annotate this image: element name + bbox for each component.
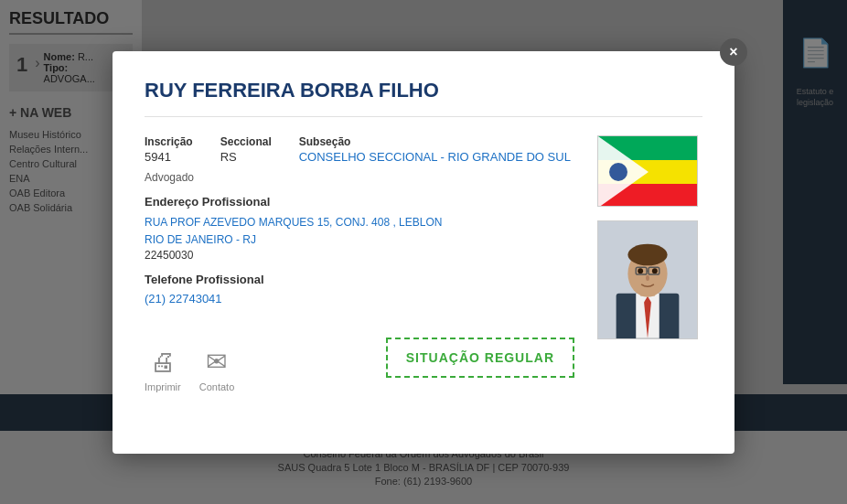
- svg-point-12: [638, 268, 643, 273]
- modal-title: RUY FERREIRA BORBA FILHO: [145, 79, 702, 117]
- status-badge: SITUAÇÃO REGULAR: [386, 338, 574, 378]
- info-subsecao: Subseção CONSELHO SECCIONAL - RIO GRANDE…: [299, 135, 571, 164]
- endereco-label: Endereço Profissional: [145, 195, 574, 209]
- flag-svg: [598, 136, 698, 207]
- modal-actions: 🖨 Imprimir ✉ Contato: [145, 347, 234, 392]
- svg-point-14: [646, 275, 649, 281]
- telefone-label: Telefone Profissional: [145, 273, 574, 286]
- inscricao-value: 5941: [145, 150, 193, 164]
- modal-content-right: [593, 135, 702, 392]
- address-cep: 22450030: [145, 249, 574, 262]
- person-photo-svg: [598, 220, 697, 339]
- svg-point-13: [652, 268, 658, 273]
- contato-button[interactable]: ✉ Contato: [199, 347, 235, 392]
- person-photo: [597, 220, 698, 339]
- address-line1: RUA PROF AZEVEDO MARQUES 15, CONJ. 408 ,…: [145, 214, 574, 231]
- modal-dialog: × RUY FERREIRA BORBA FILHO Inscrição 594…: [113, 51, 734, 454]
- seccional-label: Seccional: [220, 135, 272, 148]
- contato-label: Contato: [199, 381, 235, 392]
- imprimir-label: Imprimir: [145, 381, 181, 392]
- tipo-value: Advogado: [145, 171, 574, 184]
- background-page: RESULTADO 1 › Nome: R... Tipo: ADVOGA...…: [0, 0, 847, 504]
- subsecao-label: Subseção: [299, 135, 571, 148]
- flag-rs: [597, 135, 698, 207]
- svg-point-4: [609, 163, 627, 181]
- modal-body: Inscrição 5941 Seccional RS Subseção CON…: [145, 135, 702, 392]
- subsecao-value: CONSELHO SECCIONAL - RIO GRANDE DO SUL: [299, 150, 571, 164]
- modal-content-left: Inscrição 5941 Seccional RS Subseção CON…: [145, 135, 574, 392]
- info-inscricao: Inscrição 5941: [145, 135, 193, 164]
- telefone-value: (21) 22743041: [145, 292, 574, 306]
- info-row-main: Inscrição 5941 Seccional RS Subseção CON…: [145, 135, 574, 164]
- inscricao-label: Inscrição: [145, 135, 193, 148]
- modal-close-button[interactable]: ×: [720, 38, 747, 66]
- address-line2: RIO DE JANEIRO - RJ: [145, 231, 574, 249]
- print-icon: 🖨: [150, 347, 176, 377]
- modal-overlay: × RUY FERREIRA BORBA FILHO Inscrição 594…: [0, 0, 847, 504]
- seccional-value: RS: [220, 150, 272, 164]
- svg-point-11: [627, 243, 667, 265]
- imprimir-button[interactable]: 🖨 Imprimir: [145, 347, 181, 392]
- modal-footer-row: 🖨 Imprimir ✉ Contato SITUAÇÃO REGULAR: [145, 324, 574, 392]
- info-seccional: Seccional RS: [220, 135, 272, 164]
- email-icon: ✉: [206, 347, 227, 377]
